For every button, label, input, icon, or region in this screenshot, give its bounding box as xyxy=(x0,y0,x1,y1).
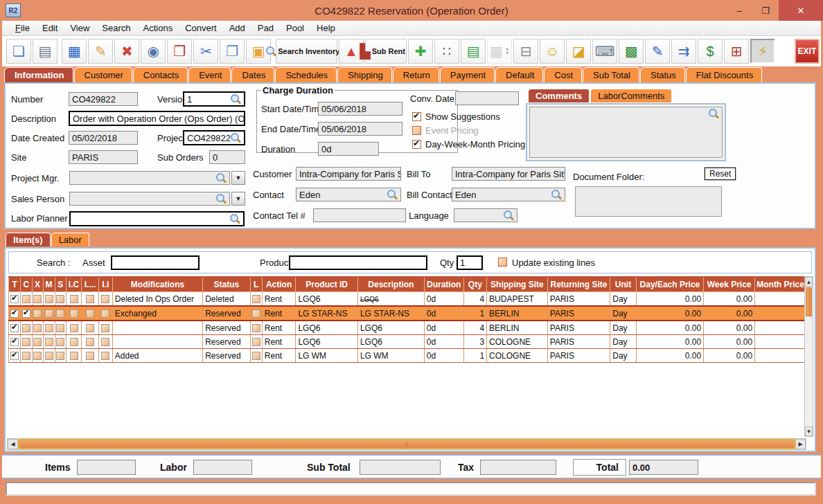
cell-action-2[interactable]: Rent xyxy=(262,306,296,321)
cell-action-5[interactable]: Rent xyxy=(262,349,296,363)
scroll-right-arrow[interactable]: ▶ xyxy=(795,439,806,449)
col-header-modifications[interactable]: Modifications xyxy=(112,277,202,292)
cell-unit-2[interactable]: Day xyxy=(610,306,637,321)
edit-pencil-button[interactable]: ✎ xyxy=(88,39,113,64)
cell-qty-3[interactable]: 4 xyxy=(463,321,487,335)
cell-description-1[interactable]: LGQ6 xyxy=(357,292,424,307)
project-mgr-field[interactable] xyxy=(69,171,230,185)
horizontal-scroll-thumb[interactable]: ║ xyxy=(18,439,795,449)
cell-month-price-1[interactable] xyxy=(755,292,806,307)
col-header-week-price[interactable]: Week Price xyxy=(704,277,755,292)
cell-s-5[interactable] xyxy=(55,349,66,363)
cell-idots-3[interactable] xyxy=(82,321,98,335)
new-document-button[interactable]: ❏ xyxy=(6,39,31,64)
cell-week-price-5[interactable]: 0.00 xyxy=(704,349,755,363)
col-header-x[interactable]: X xyxy=(32,277,43,292)
cell-shipping-site-5[interactable]: COLOGNE xyxy=(487,349,548,363)
notes-button[interactable]: ▤ xyxy=(461,39,486,64)
comments-textarea[interactable] xyxy=(529,107,723,158)
cell-c-1-checkbox[interactable] xyxy=(22,295,30,303)
cell-x-1[interactable] xyxy=(32,292,43,307)
cell-unit-4[interactable]: Day xyxy=(610,335,637,349)
sales-person-dropdown[interactable]: ▼ xyxy=(231,192,245,206)
kit-components-button[interactable]: ∷ xyxy=(434,39,459,64)
cell-modifications-2[interactable]: Exchanged xyxy=(112,306,202,321)
cell-ii-5[interactable] xyxy=(98,349,112,363)
cell-month-price-3[interactable] xyxy=(755,321,806,335)
cell-ii-4[interactable] xyxy=(98,335,112,349)
cell-modifications-4[interactable] xyxy=(112,335,202,349)
col-header-duration[interactable]: Duration xyxy=(424,277,463,292)
cell-l-4[interactable] xyxy=(250,335,262,349)
cell-ii-5-checkbox[interactable] xyxy=(101,352,109,360)
cell-qty-1[interactable]: 4 xyxy=(463,292,487,307)
cell-returning-site-5[interactable]: PARIS xyxy=(547,349,610,363)
cell-idots-1-checkbox[interactable] xyxy=(86,295,94,303)
cell-unit-1[interactable]: Day xyxy=(610,292,637,307)
exit-button[interactable]: EXIT xyxy=(795,39,820,64)
tab-laborcomments[interactable]: LaborComments xyxy=(590,89,672,102)
cell-month-price-5[interactable] xyxy=(755,349,806,363)
col-header-unit[interactable]: Unit xyxy=(610,277,637,292)
tab-event[interactable]: Event xyxy=(188,67,231,82)
cell-c-4[interactable] xyxy=(21,335,32,349)
cell-week-price-2[interactable]: 0.00 xyxy=(704,306,755,321)
dwm-pricing-checkbox[interactable] xyxy=(412,140,421,149)
cell-day-price-3[interactable]: 0.00 xyxy=(636,321,703,335)
cell-status-5[interactable]: Reserved xyxy=(203,349,250,363)
save-button[interactable]: ▦ xyxy=(62,39,87,64)
cell-m-2[interactable] xyxy=(43,306,55,321)
tab-flat-discounts[interactable]: Flat Discounts xyxy=(686,67,762,82)
version-search-icon[interactable] xyxy=(231,94,241,105)
cell-ic-3-checkbox[interactable] xyxy=(70,324,78,332)
cell-x-3[interactable] xyxy=(32,321,43,335)
cell-l-5[interactable] xyxy=(250,349,262,363)
document-folder-field[interactable] xyxy=(575,186,722,217)
price-transfer-button[interactable]: ⇉ xyxy=(671,39,696,64)
cell-idots-3-checkbox[interactable] xyxy=(86,324,94,332)
calendar-dropdown-icon[interactable]: ▼▼ xyxy=(505,48,510,55)
cell-returning-site-1[interactable]: PARIS xyxy=(547,292,610,307)
menu-file[interactable]: File xyxy=(9,21,36,35)
cell-l-2-checkbox[interactable] xyxy=(252,309,260,318)
cut-scissors-button[interactable]: ✂ xyxy=(193,39,218,64)
cell-ii-2[interactable] xyxy=(98,306,112,321)
org-chart-button[interactable]: ⊟ xyxy=(513,39,538,64)
bill-to-search-icon[interactable] xyxy=(564,169,565,179)
cell-ic-2-checkbox[interactable] xyxy=(70,309,78,318)
comments-search-icon[interactable] xyxy=(709,109,719,119)
menu-pad[interactable]: Pad xyxy=(251,21,280,35)
cell-s-4[interactable] xyxy=(55,335,66,349)
cell-description-5[interactable]: LG WM xyxy=(357,349,424,363)
col-header-i-i[interactable]: I.I xyxy=(98,277,112,292)
qty-input[interactable]: 1 xyxy=(457,255,483,270)
cell-m-5[interactable] xyxy=(43,349,55,363)
cell-ic-1-checkbox[interactable] xyxy=(70,295,78,303)
cell-m-4-checkbox[interactable] xyxy=(45,338,53,346)
cell-shipping-site-4[interactable]: COLOGNE xyxy=(487,335,548,349)
cell-returning-site-4[interactable]: PARIS xyxy=(547,335,610,349)
tab-customer[interactable]: Customer xyxy=(74,67,132,82)
cell-t-1-checkbox[interactable] xyxy=(10,295,19,303)
asset-input[interactable] xyxy=(111,255,200,270)
cell-idots-5-checkbox[interactable] xyxy=(86,352,94,360)
delete-button[interactable]: ✖ xyxy=(114,39,139,64)
product-input[interactable] xyxy=(289,255,427,270)
menu-add[interactable]: Add xyxy=(223,21,251,35)
cell-c-1[interactable] xyxy=(21,292,32,307)
cell-t-4[interactable] xyxy=(9,335,21,349)
table-row-3[interactable]: ReservedRentLGQ6LGQ60d4BERLINPARISDay0.0… xyxy=(9,321,806,335)
customer-field[interactable]: Intra-Company for Paris Sit xyxy=(296,167,401,181)
bill-contact-search-icon[interactable] xyxy=(551,190,562,200)
description-input[interactable]: Order with Operation Order (Ops Order) (… xyxy=(69,111,245,126)
tab-item-s-[interactable]: Item(s) xyxy=(6,233,51,246)
cell-l-5-checkbox[interactable] xyxy=(252,352,260,360)
col-header-c[interactable]: C xyxy=(21,277,32,292)
table-row-4[interactable]: ReservedRentLGQ6LGQ60d3COLOGNEPARISDay0.… xyxy=(9,335,806,349)
cell-modifications-5[interactable]: Added xyxy=(112,349,202,363)
cell-x-4-checkbox[interactable] xyxy=(33,338,42,346)
cell-m-5-checkbox[interactable] xyxy=(45,352,53,360)
tab-return[interactable]: Return xyxy=(393,67,439,82)
cell-x-2[interactable] xyxy=(32,306,43,321)
cell-duration-1[interactable]: 0d xyxy=(424,292,463,307)
